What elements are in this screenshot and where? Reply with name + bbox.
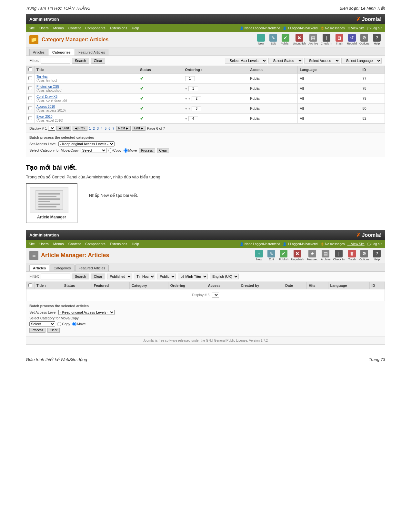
language-select-2[interactable]: English (UK) [210,274,239,279]
btn-publish-2[interactable]: ✔ Publish [279,250,288,261]
tab-categories-1[interactable]: Categories [49,49,74,55]
select-all-2[interactable] [28,283,32,287]
nav-site-1[interactable]: Site [29,26,35,30]
page-5-1[interactable]: 5 [105,126,106,130]
end-btn-1[interactable]: End ▶ [132,126,146,131]
search-btn-2[interactable]: Search [72,274,89,279]
access-select-1[interactable]: - Select Access - [304,58,340,64]
status-select-1[interactable]: - Select Status - [268,58,303,64]
display-select-1[interactable] [48,126,55,131]
btn-trash-2[interactable]: 🗑 Trash [347,250,357,261]
logout-1[interactable]: ◯ Log out [367,26,382,30]
th-date-2: Date [283,282,307,289]
nav-help-2[interactable]: Help [132,242,139,246]
clear-btn-batch-2[interactable]: Clear [47,328,60,333]
row-access-5: Public [248,114,298,124]
row-order-4: ● ● [183,104,248,114]
filter-input-1[interactable] [41,58,70,64]
batch-access-select-2[interactable]: - Keep original Access Levels - [58,310,115,315]
author-select-2[interactable]: Lê Minh Tiến [178,274,208,279]
status-frontend-2: 👤 None Logged-in frontend [240,242,280,246]
category-select-2[interactable]: Tin Hoc [134,274,155,279]
nav-content-2[interactable]: Content [68,242,81,246]
start-btn-1[interactable]: ◀ Start [56,126,71,131]
clear-btn-1[interactable]: Clear [91,58,105,64]
published-select-2[interactable]: Published [107,274,132,279]
row-id-3: 79 [360,94,385,104]
view-site-1[interactable]: ☷ View Site [347,26,365,30]
page-3-1[interactable]: 3 [97,126,99,130]
btn-edit-1[interactable]: ✎ Edit [268,34,278,45]
process-btn-2[interactable]: Process [29,328,45,333]
unpublish-icon-1: ✖ [296,34,303,42]
btn-help-2[interactable]: ? Help [372,250,382,261]
page-7-1[interactable]: 7 [112,126,114,130]
nav-users-2[interactable]: Users [39,242,49,246]
access-select-2[interactable]: Public [157,274,176,279]
toolbar-2: ☷ Article Manager: Articles + New ✎ Edit… [26,248,385,263]
batch-cat-select-1[interactable]: Select [81,148,106,153]
tab-articles-1[interactable]: Articles [29,49,48,55]
tab-featured-1[interactable]: Featured Articles [75,49,109,55]
next-btn-1[interactable]: Next ▶ [116,126,131,131]
nav-menus-1[interactable]: Menus [53,26,64,30]
btn-options-2[interactable]: ⚙ Options [359,250,369,261]
row-id-5: 82 [360,114,385,124]
status-frontend-1: 👤 None Logged-in frontend [240,26,280,30]
btn-publish-1[interactable]: ✔ Publish [281,34,290,45]
article-manager-box: Article Manager [26,183,77,223]
nav-users-1[interactable]: Users [39,26,49,30]
nav-extensions-1[interactable]: Extensions [110,26,127,30]
toolbar-icons-2: + New ✎ Edit ✔ Publish ✖ Unpublish ★ F [254,250,382,261]
btn-options-1[interactable]: ⚙ Options [359,34,369,45]
filter-input-2[interactable] [41,274,70,279]
row-order-5: ● [183,114,248,124]
btn-unpublish-1[interactable]: ✖ Unpublish [293,34,306,45]
select-all-1[interactable] [28,67,32,71]
btn-featured-2[interactable]: ★ Featured [306,250,318,261]
btn-trash-1[interactable]: 🗑 Trash [335,34,344,45]
btn-help-1[interactable]: ? Help [372,34,382,45]
view-site-2[interactable]: ☷ View Site [347,242,365,246]
display-select-2[interactable] [212,293,219,297]
batch-cat-select-2[interactable]: Select [29,321,55,326]
empty-message: Display # 5 [26,289,385,301]
page-2-1[interactable]: 2 [93,126,95,130]
max-levels-select-1[interactable]: - Select Max Levels - [225,58,267,64]
tab-featured-2[interactable]: Featured Articles [75,265,109,271]
btn-checkin-1[interactable]: | Check In [321,34,332,45]
prev-btn-1[interactable]: ◀ Prev [73,126,87,131]
btn-new-1[interactable]: + New [256,34,266,45]
nav-components-1[interactable]: Components [85,26,105,30]
nav-extensions-2[interactable]: Extensions [110,242,127,246]
admin-title-2: Administration [29,233,59,237]
filter-bar-2: Filter: Search Clear Published Tin Hoc P… [26,272,385,282]
btn-archive-1[interactable]: ▤ Archive [308,34,318,45]
clear-btn-2[interactable]: Clear [91,274,105,279]
language-select-1[interactable]: - Select Language - [341,58,382,64]
btn-archive-2[interactable]: ▤ Archive [321,250,330,261]
th-id-1: ID [360,66,385,74]
tab-articles-2[interactable]: Articles [29,265,49,271]
page-6-1[interactable]: 6 [108,126,110,130]
logout-2[interactable]: ◯ Log out [367,242,382,246]
btn-rebuild-1[interactable]: ↺ Rebuild [347,34,357,45]
table-row: Tin Học(Alias: tin-hoc) ✔ Public All 77 [26,74,385,84]
search-btn-1[interactable]: Search [72,58,89,64]
batch-access-select-1[interactable]: - Keep original Access Levels - [58,141,115,146]
nav-menus-2[interactable]: Menus [53,242,64,246]
nav-components-2[interactable]: Components [85,242,105,246]
nav-help-1[interactable]: Help [132,26,139,30]
tab-categories-2[interactable]: Categories [50,265,74,271]
clear-btn-batch-1[interactable]: Clear [157,148,169,153]
btn-unpublish-2[interactable]: ✖ Unpublish [291,250,304,261]
btn-new-2[interactable]: + New [254,250,264,261]
nav-content-1[interactable]: Content [68,26,81,30]
btn-edit-2[interactable]: ✎ Edit [266,250,276,261]
move-radio-2: Move [72,322,86,326]
page-1-1[interactable]: 1 [89,126,91,130]
process-btn-1[interactable]: Process [139,148,155,153]
page-4-1[interactable]: 4 [101,126,103,130]
btn-checkin-2[interactable]: | Check In [333,250,345,261]
nav-site-2[interactable]: Site [29,242,35,246]
